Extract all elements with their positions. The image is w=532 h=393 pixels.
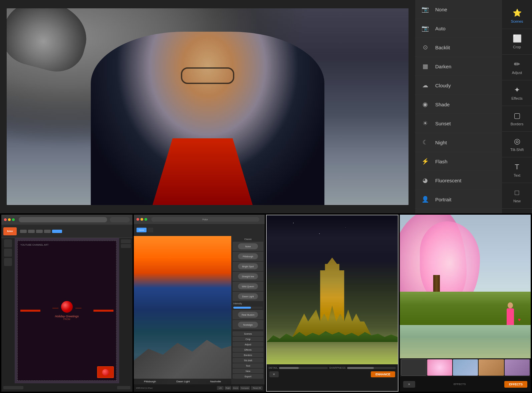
filter-option-wildqueen[interactable]: Wild Queen <box>233 282 263 291</box>
scene-item-darken[interactable]: ▦ Darken <box>415 57 502 76</box>
zoom-btn[interactable]: Zoom <box>232 386 239 390</box>
filter-option-straightline[interactable]: Straight line <box>233 272 263 281</box>
scene-item-backlit[interactable]: ⊙ Backlit <box>415 38 502 57</box>
intensity-label: Intensity <box>233 302 263 305</box>
action-buttons: Lift Right Zoom Compare Reset All <box>217 386 263 390</box>
scene-item-cloudy[interactable]: ☁ Cloudy <box>415 76 502 95</box>
filter-pittsburgh: Pittsburgh <box>144 380 156 383</box>
scenes-panel: 📷 None 📷 Auto ⊙ Backlit ▦ Darken ☁ Cloud… <box>415 0 502 213</box>
sidebar-export: Export <box>233 374 263 379</box>
cancel-button[interactable]: ✕ <box>269 371 279 377</box>
right-panel <box>119 238 132 383</box>
film-1[interactable] <box>401 359 427 376</box>
minimize-dot-2 <box>141 218 143 221</box>
scene-item-sunset[interactable]: ☀ Sunset <box>415 114 502 133</box>
canvas: YOUTUBE CHANNEL ART Holiday Greetings FR… <box>17 241 116 381</box>
main-image-area <box>0 0 415 213</box>
browser-header <box>1 215 132 225</box>
status-text <box>3 386 23 389</box>
filter-option-realillusion[interactable]: Real Illusion <box>233 310 263 319</box>
effects-icon: ✦ <box>514 86 520 94</box>
filter-sidebar: Classic None Pittsburgh Bright Spot Stra… <box>231 236 265 384</box>
scene-label-darken: Darken <box>435 64 451 69</box>
girl-figure <box>507 308 514 325</box>
detail-fill <box>279 367 298 369</box>
reset-all-btn[interactable]: Reset All <box>251 386 263 390</box>
thumbnail-cathedral[interactable]: DETAIL SHARPNESS ✕ ENHANCE <box>266 215 398 392</box>
scene-item-night[interactable]: ☾ Night <box>415 133 502 152</box>
thumbnail-effects[interactable]: ♥ ✕ EFFECTS EFFECTS <box>400 215 531 392</box>
scene-item-fluorescent[interactable]: ◕ Fluorescent <box>415 171 502 190</box>
scene-item-sand-snow[interactable]: 🌴 Sand/Snow <box>415 209 502 213</box>
corner-thumb <box>97 366 114 378</box>
film-3[interactable] <box>453 359 478 376</box>
toolbar-effects[interactable]: ✦ Effects <box>502 80 532 106</box>
thumbnail-design-editor[interactable]: fotor <box>1 215 132 392</box>
filter-nashville: Nashville <box>210 380 221 383</box>
canvas-area: YOUTUBE CHANNEL ART Holiday Greetings FR… <box>15 238 119 383</box>
enhance-button[interactable]: ENHANCE <box>371 371 395 377</box>
from-text: FROM <box>63 318 70 320</box>
filter-option-brightspot[interactable]: Bright Spot <box>233 262 263 271</box>
detail-slider[interactable] <box>279 367 328 369</box>
status-bar <box>1 383 132 392</box>
intensity-slider[interactable] <box>233 307 263 309</box>
effects-apply-btn[interactable]: EFFECTS <box>504 381 527 388</box>
filter-realillusion-label: Real Illusion <box>238 312 258 318</box>
filter-option-dawnlight[interactable]: Dawn Light <box>233 292 263 301</box>
toolbar-borders[interactable]: ▢ Borders <box>502 106 532 132</box>
toolbar-adjust[interactable]: ✏ Adjust <box>502 55 532 80</box>
scene-label-auto: Auto <box>435 26 446 31</box>
minimize-dot <box>8 218 11 221</box>
scene-label-portrait: Portrait <box>435 197 451 202</box>
maximize-dot <box>12 218 15 221</box>
sidebar-borders: Borders <box>233 353 263 357</box>
effects-label: EFFECTS <box>454 383 466 386</box>
toolbar-new[interactable]: □ New <box>502 183 532 209</box>
film-4[interactable] <box>479 359 504 376</box>
scene-item-none[interactable]: 📷 None <box>415 0 502 19</box>
bottom-controls: 1095×612 (1.37px) Lift Right Zoom Compar… <box>134 384 265 392</box>
film-2[interactable] <box>427 359 452 376</box>
ornaments <box>52 301 81 313</box>
scene-label-none: None <box>435 7 447 12</box>
cloud-icon: ☁ <box>421 81 430 90</box>
toolbar-tilt-shift[interactable]: ◎ Tilt-Shift <box>502 132 532 157</box>
toolbar-text[interactable]: T Text <box>502 157 532 183</box>
filter-option-none[interactable]: None <box>233 242 263 251</box>
ball-large <box>61 301 73 313</box>
star-1 <box>293 223 294 223</box>
borders-label: Borders <box>511 122 524 126</box>
cherry-photo: ♥ <box>400 215 531 358</box>
sharpness-fill <box>347 367 374 369</box>
new-icon: □ <box>515 188 519 197</box>
tilt-shift-icon: ◎ <box>514 137 520 146</box>
girl-head <box>508 302 513 308</box>
effects-cancel-btn[interactable]: ✕ <box>403 381 415 388</box>
bottom-section: fotor <box>0 213 532 393</box>
right-btn[interactable]: Right <box>225 386 231 390</box>
thumbnail-photo-editor[interactable]: Fotor Home <box>134 215 265 392</box>
toolbar-scenes[interactable]: ⭐ Scenes <box>502 3 532 29</box>
scene-item-auto[interactable]: 📷 Auto <box>415 19 502 38</box>
scene-item-portrait[interactable]: 👤 Portrait <box>415 190 502 209</box>
tilt-shift-label: Tilt-Shift <box>510 148 524 152</box>
filter-wildqueen-label: Wild Queen <box>238 283 258 289</box>
filter-option-nostalgic[interactable]: Nostalgic <box>233 320 263 329</box>
scene-item-shade[interactable]: ◉ Shade <box>415 95 502 114</box>
toolbar-crop[interactable]: ⬜ Crop <box>502 29 532 55</box>
scene-item-flash[interactable]: ⚡ Flash <box>415 152 502 171</box>
strip-right <box>93 310 113 312</box>
sharpness-slider[interactable] <box>347 367 396 369</box>
detail-label: DETAIL <box>269 366 278 369</box>
close-dot <box>4 218 7 221</box>
film-5[interactable] <box>505 359 530 376</box>
star-3 <box>319 233 320 234</box>
night-icon: ☾ <box>421 138 430 147</box>
maximize-dot-2 <box>145 218 147 221</box>
filter-option-pittsburgh[interactable]: Pittsburgh <box>233 252 263 261</box>
lift-btn[interactable]: Lift <box>217 386 224 390</box>
compare-btn[interactable]: Compare <box>240 386 250 390</box>
filter-labels: Pittsburgh Dawn Light Nashville <box>134 379 232 384</box>
scene-label-cloudy: Cloudy <box>435 83 451 88</box>
